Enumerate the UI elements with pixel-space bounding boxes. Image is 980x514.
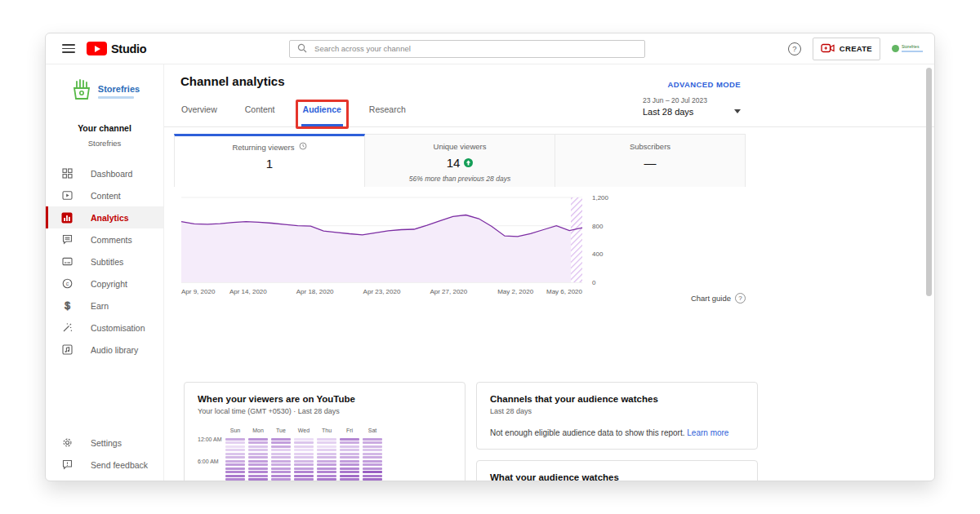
learn-more-link[interactable]: Learn more — [687, 428, 728, 437]
sidebar-item-settings[interactable]: Settings — [46, 432, 163, 454]
chart-guide-button[interactable]: Chart guide ? — [691, 293, 746, 304]
heatmap-cell[interactable] — [317, 449, 336, 451]
heatmap-cell[interactable] — [317, 453, 336, 455]
heatmap-cell[interactable] — [340, 460, 359, 463]
heatmap-cell[interactable] — [294, 445, 314, 448]
heatmap-cell[interactable] — [294, 456, 314, 459]
sidebar-item-customisation[interactable]: Customisation — [46, 317, 163, 339]
heatmap-cell[interactable] — [294, 475, 314, 477]
tab-content[interactable]: Content — [245, 97, 275, 126]
heatmap-cell[interactable] — [248, 441, 268, 444]
heatmap-cell[interactable] — [271, 445, 291, 448]
heatmap-cell[interactable] — [317, 478, 336, 481]
heatmap-cell[interactable] — [340, 445, 359, 448]
heatmap-cell[interactable] — [225, 453, 245, 455]
heatmap-cell[interactable] — [271, 471, 291, 473]
heatmap-cell[interactable] — [340, 449, 359, 451]
heatmap-cell[interactable] — [248, 463, 268, 466]
sidebar-item-comments[interactable]: Comments — [46, 228, 163, 250]
heatmap-cell[interactable] — [317, 456, 336, 459]
heatmap-cell[interactable] — [363, 456, 382, 459]
heatmap-cell[interactable] — [294, 471, 314, 473]
heatmap-cell[interactable] — [340, 456, 359, 459]
account-avatar[interactable]: Storefries — [892, 45, 923, 52]
heatmap-cell[interactable] — [225, 445, 245, 448]
heatmap-cell[interactable] — [340, 463, 359, 466]
heatmap-cell[interactable] — [340, 478, 359, 481]
heatmap-cell[interactable] — [248, 471, 268, 473]
heatmap-cell[interactable] — [363, 478, 382, 481]
help-icon[interactable]: ? — [788, 42, 801, 55]
heatmap-cell[interactable] — [225, 463, 245, 466]
sidebar-item-subtitles[interactable]: Subtitles — [46, 250, 163, 273]
sidebar-item-copyright[interactable]: cCopyright — [46, 273, 163, 295]
heatmap-cell[interactable] — [294, 463, 314, 466]
heatmap-cell[interactable] — [340, 467, 359, 470]
sidebar-item-earn[interactable]: $Earn — [46, 295, 163, 317]
search-input[interactable] — [314, 44, 637, 53]
metric-card-unique-viewers[interactable]: Unique viewers1456% more than previous 2… — [365, 134, 555, 187]
heatmap-cell[interactable] — [363, 438, 382, 441]
heatmap-cell[interactable] — [340, 441, 359, 444]
heatmap-cell[interactable] — [248, 467, 268, 470]
heatmap-cell[interactable] — [363, 471, 382, 473]
heatmap-cell[interactable] — [225, 478, 245, 481]
sidebar-item-send-feedback[interactable]: Send feedback — [46, 454, 163, 476]
heatmap-cell[interactable] — [340, 475, 359, 477]
heatmap-cell[interactable] — [294, 438, 314, 441]
heatmap-cell[interactable] — [294, 441, 314, 444]
heatmap-cell[interactable] — [271, 467, 291, 470]
hamburger-menu-icon[interactable] — [62, 44, 75, 53]
tab-audience[interactable]: Audience — [303, 97, 341, 126]
heatmap-cell[interactable] — [294, 460, 314, 463]
heatmap-cell[interactable] — [363, 463, 382, 466]
heatmap-cell[interactable] — [225, 449, 245, 451]
heatmap-cell[interactable] — [340, 453, 359, 455]
heatmap-cell[interactable] — [225, 456, 245, 459]
heatmap-cell[interactable] — [225, 471, 245, 473]
heatmap-cell[interactable] — [340, 471, 359, 473]
heatmap-cell[interactable] — [363, 453, 382, 455]
heatmap-cell[interactable] — [248, 445, 268, 448]
heatmap-cell[interactable] — [294, 467, 314, 470]
heatmap-cell[interactable] — [317, 438, 336, 441]
heatmap-cell[interactable] — [363, 460, 382, 463]
heatmap-cell[interactable] — [271, 460, 291, 463]
heatmap-cell[interactable] — [363, 475, 382, 477]
heatmap-cell[interactable] — [317, 441, 336, 444]
heatmap-cell[interactable] — [271, 475, 291, 477]
heatmap-cell[interactable] — [271, 438, 291, 441]
heatmap-cell[interactable] — [271, 456, 291, 459]
heatmap-cell[interactable] — [248, 460, 268, 463]
heatmap-cell[interactable] — [317, 471, 336, 473]
sidebar-item-audio-library[interactable]: Audio library — [46, 339, 163, 361]
heatmap-cell[interactable] — [248, 478, 268, 481]
heatmap-cell[interactable] — [317, 463, 336, 466]
scrollbar-thumb[interactable] — [926, 68, 932, 296]
metric-card-subscribers[interactable]: Subscribers— — [555, 134, 746, 187]
heatmap-cell[interactable] — [225, 460, 245, 463]
heatmap-cell[interactable] — [294, 478, 314, 481]
search-bar[interactable] — [289, 40, 645, 58]
tab-research[interactable]: Research — [369, 97, 406, 126]
create-button[interactable]: CREATE — [813, 38, 880, 60]
heatmap-cell[interactable] — [225, 441, 245, 444]
heatmap-cell[interactable] — [271, 478, 291, 481]
heatmap-cell[interactable] — [340, 438, 359, 441]
youtube-studio-logo[interactable]: Studio — [87, 42, 146, 55]
channel-logo[interactable]: Storefries — [46, 78, 163, 105]
heatmap-cell[interactable] — [317, 475, 336, 477]
heatmap-cell[interactable] — [363, 449, 382, 451]
heatmap-cell[interactable] — [248, 453, 268, 455]
heatmap-cell[interactable] — [225, 438, 245, 441]
heatmap-cell[interactable] — [225, 475, 245, 477]
heatmap-cell[interactable] — [271, 449, 291, 451]
heatmap-cell[interactable] — [317, 460, 336, 463]
sidebar-item-content[interactable]: Content — [46, 184, 163, 206]
heatmap-cell[interactable] — [363, 467, 382, 470]
heatmap-cell[interactable] — [271, 441, 291, 444]
heatmap-cell[interactable] — [294, 453, 314, 455]
heatmap-cell[interactable] — [248, 475, 268, 477]
heatmap-cell[interactable] — [317, 445, 336, 448]
heatmap-cell[interactable] — [363, 441, 382, 444]
